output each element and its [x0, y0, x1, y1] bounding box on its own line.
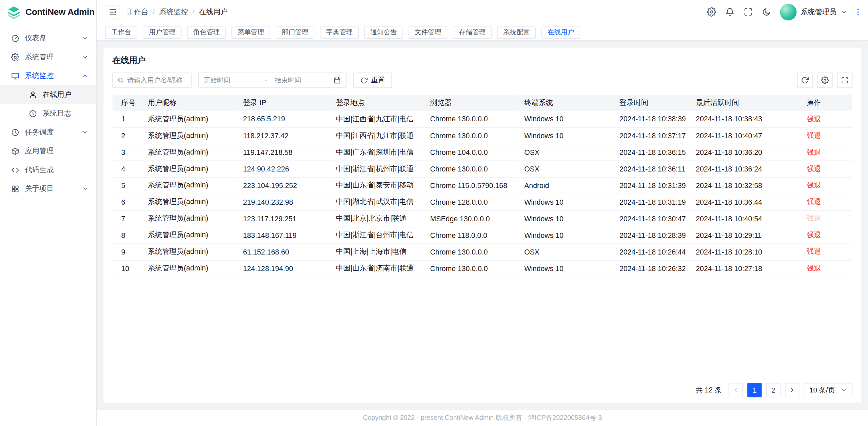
sidebar-item-label: 系统管理: [25, 52, 82, 62]
tab-item-7[interactable]: 通知公告: [364, 26, 403, 39]
table-row: 10系统管理员(admin)124.128.194.90中国|山东省|济南市|联…: [112, 260, 852, 277]
date-start-placeholder: 开始时间: [204, 76, 262, 85]
bell-icon: [725, 7, 735, 17]
cell-os: Windows 10: [518, 111, 613, 127]
fullscreen-button[interactable]: [744, 7, 753, 17]
tab-label: 菜单管理: [237, 28, 264, 37]
search-input[interactable]: [127, 76, 186, 84]
table-fullscreen-button[interactable]: [837, 73, 853, 88]
column-header: 最后活跃时间: [689, 95, 800, 110]
page-size-select[interactable]: 10 条/页: [804, 383, 852, 397]
cell-ip: 61.152.168.60: [236, 243, 329, 260]
force-logout-link[interactable]: 强退: [807, 164, 821, 173]
force-logout-link[interactable]: 强退: [807, 264, 821, 272]
chevron-down-icon: [82, 185, 89, 192]
tab-item-2[interactable]: 用户管理: [143, 26, 181, 39]
cell-action: 强退: [800, 227, 852, 243]
sidebar-item-job-schedule[interactable]: 任务调度: [0, 123, 96, 142]
table-settings-button[interactable]: [817, 73, 833, 88]
tab-label: 角色管理: [193, 28, 220, 37]
cell-login-time: 2024-11-18 10:31:39: [613, 177, 689, 194]
tab-label: 存储管理: [459, 28, 486, 37]
app-logo[interactable]: ContiNew Admin: [0, 0, 96, 24]
force-logout-link[interactable]: 强退: [807, 148, 821, 156]
tab-item-3[interactable]: 角色管理: [187, 26, 226, 39]
sidebar-item-system-monitor[interactable]: 系统监控: [0, 66, 96, 85]
next-page-button[interactable]: [785, 383, 799, 397]
tab-label: 部门管理: [282, 28, 308, 37]
chevron-down-icon: [840, 387, 847, 393]
sidebar-item-dashboard[interactable]: 仪表盘: [0, 29, 96, 48]
column-header: 操作: [800, 95, 852, 110]
cell-ip: 183.148.167.119: [236, 227, 329, 243]
user-menu[interactable]: 系统管理员: [780, 4, 847, 20]
online-users-table: 序号用户昵称登录 IP登录地点浏览器终端系统登录时间最后活跃时间操作 1系统管理…: [112, 95, 852, 376]
cell-no: 8: [112, 227, 141, 243]
cell-no: 2: [112, 127, 141, 144]
sidebar-item-online-user[interactable]: 在线用户: [0, 85, 96, 104]
tab-item-10[interactable]: 系统配置: [497, 26, 536, 39]
table-row: 4系统管理员(admin)124.90.42.226中国|浙江省|杭州市|联通C…: [112, 160, 852, 177]
notifications-button[interactable]: [725, 7, 735, 17]
table-row: 1系统管理员(admin)218.65.5.219中国|江西省|九江市|电信Ch…: [112, 111, 852, 127]
date-range-separator: -: [262, 76, 269, 84]
tab-bar: 工作台用户管理角色管理菜单管理部门管理字典管理通知公告文件管理存储管理系统配置在…: [97, 24, 868, 41]
sidebar-item-about-project[interactable]: 关于项目: [0, 179, 96, 198]
cell-browser: Chrome 130.0.0.0: [423, 260, 518, 277]
prev-page-button[interactable]: [729, 383, 743, 397]
tab-label: 文件管理: [415, 28, 441, 37]
sidebar-item-label: 仪表盘: [25, 33, 82, 43]
cell-login-time: 2024-11-18 10:38:39: [613, 111, 689, 127]
cell-browser: Chrome 130.0.0.0: [423, 160, 518, 177]
cell-no: 3: [112, 144, 141, 161]
tab-item-1[interactable]: 工作台: [105, 26, 137, 39]
theme-settings-button[interactable]: [707, 7, 716, 17]
tab-label: 在线用户: [548, 28, 574, 37]
content-area: 在线用户 开始时间 - 结束时间: [97, 41, 868, 409]
force-logout-link[interactable]: 强退: [807, 115, 821, 123]
sidebar-item-label: 任务调度: [25, 127, 82, 137]
breadcrumb-item[interactable]: 系统监控: [159, 7, 188, 17]
code-icon: [11, 166, 19, 174]
table-row: 2系统管理员(admin)118.212.37.42中国|江西省|九江市|联通C…: [112, 127, 852, 144]
breadcrumb-item: 在线用户: [199, 7, 228, 17]
sidebar-collapse-button[interactable]: [106, 5, 120, 19]
force-logout-link[interactable]: 强退: [807, 247, 821, 256]
force-logout-link[interactable]: 强退: [807, 231, 821, 239]
cell-last-active: 2024-11-18 10:32:58: [689, 177, 800, 194]
cell-last-active: 2024-11-18 10:40:47: [689, 127, 800, 144]
cell-os: Windows 10: [518, 227, 613, 243]
force-logout-link[interactable]: 强退: [807, 198, 821, 206]
dark-mode-button[interactable]: [762, 7, 771, 17]
tab-item-4[interactable]: 菜单管理: [231, 26, 270, 39]
tab-label: 系统配置: [503, 28, 530, 37]
force-logout-link[interactable]: 强退: [807, 131, 821, 139]
cell-ip: 119.147.218.58: [236, 144, 329, 161]
cell-location: 中国|江西省|九江市|联通: [329, 127, 423, 144]
tab-label: 工作台: [111, 28, 131, 37]
tab-item-6[interactable]: 字典管理: [320, 26, 359, 39]
breadcrumb-item[interactable]: 工作台: [127, 7, 149, 17]
sidebar-item-system-log[interactable]: 系统日志: [0, 104, 96, 123]
more-options-button[interactable]: [854, 7, 863, 16]
date-range-picker[interactable]: 开始时间 - 结束时间: [198, 73, 347, 88]
tab-item-9[interactable]: 存储管理: [453, 26, 492, 39]
reset-button[interactable]: 重置: [353, 73, 392, 88]
cell-location: 中国|浙江省|杭州市|联通: [329, 160, 423, 177]
cell-action: 强退: [800, 210, 852, 227]
page-number-2[interactable]: 2: [766, 383, 781, 397]
sidebar-item-system-manage[interactable]: 系统管理: [0, 47, 96, 66]
more-dots-icon: [854, 7, 863, 16]
page-number-1[interactable]: 1: [747, 383, 762, 397]
sidebar-item-app-manage[interactable]: 应用管理: [0, 142, 96, 161]
force-logout-link[interactable]: 强退: [807, 181, 821, 189]
tab-item-8[interactable]: 文件管理: [409, 26, 447, 39]
tab-item-5[interactable]: 部门管理: [276, 26, 314, 39]
table-refresh-button[interactable]: [797, 73, 813, 88]
tab-item-11[interactable]: 在线用户: [541, 26, 580, 39]
moon-icon: [762, 7, 771, 17]
cell-nickname: 系统管理员(admin): [141, 177, 236, 194]
refresh-icon: [360, 77, 368, 84]
sidebar-item-code-gen[interactable]: 代码生成: [0, 160, 96, 179]
cell-last-active: 2024-11-18 10:27:18: [689, 260, 800, 277]
